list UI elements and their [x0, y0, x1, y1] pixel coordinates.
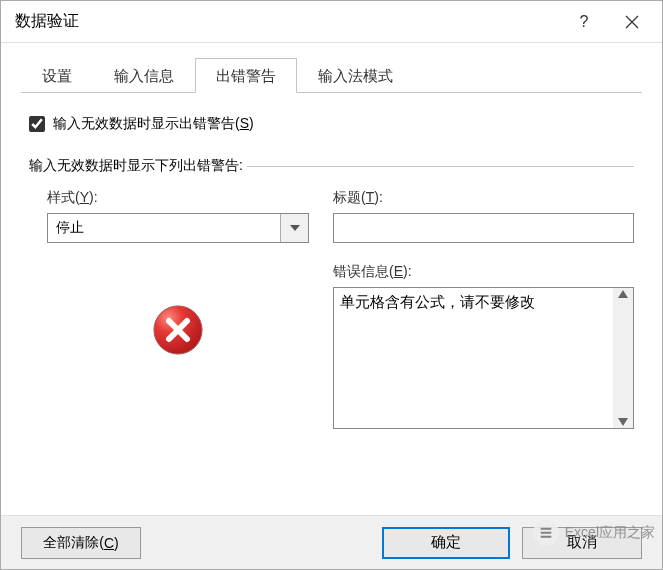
title-input[interactable] — [333, 213, 634, 243]
title-label: 标题(T): — [333, 189, 634, 207]
group-label: 输入无效数据时显示下列出错警告: — [29, 157, 243, 175]
scroll-up-icon — [618, 290, 628, 298]
tab-settings[interactable]: 设置 — [21, 58, 93, 93]
data-validation-dialog: 数据验证 ? 设置 输入信息 出错警告 输入法模式 输入无效数据时显示出错警告(… — [0, 0, 663, 570]
style-select-value: 停止 — [48, 219, 280, 237]
stop-error-icon — [151, 303, 205, 360]
tab-error-alert[interactable]: 出错警告 — [195, 58, 297, 93]
style-select[interactable]: 停止 — [47, 213, 309, 243]
error-message-input[interactable] — [334, 288, 613, 428]
dialog-title: 数据验证 — [15, 11, 560, 32]
scroll-down-icon — [618, 418, 628, 426]
style-label: 样式(Y): — [47, 189, 309, 207]
field-row: 样式(Y): 停止 — [47, 189, 634, 429]
title-error-column: 标题(T): 错误信息(E): — [333, 189, 634, 429]
style-column: 样式(Y): 停止 — [47, 189, 309, 429]
titlebar: 数据验证 ? — [1, 1, 662, 43]
dialog-content: 设置 输入信息 出错警告 输入法模式 输入无效数据时显示出错警告(S) 输入无效… — [1, 43, 662, 515]
close-icon — [625, 15, 639, 29]
show-error-label: 输入无效数据时显示出错警告(S) — [53, 115, 254, 133]
show-error-checkbox[interactable] — [29, 116, 45, 132]
show-error-checkbox-row[interactable]: 输入无效数据时显示出错警告(S) — [29, 115, 634, 133]
titlebar-buttons: ? — [560, 2, 656, 42]
error-message-wrap — [333, 287, 634, 429]
style-select-caret[interactable] — [280, 214, 308, 242]
chevron-down-icon — [290, 225, 300, 231]
group-divider — [247, 166, 634, 167]
error-alert-panel: 输入无效数据时显示出错警告(S) 输入无效数据时显示下列出错警告: 样式(Y):… — [21, 93, 642, 497]
textarea-scrollbar[interactable] — [613, 288, 633, 428]
group-label-row: 输入无效数据时显示下列出错警告: — [29, 157, 634, 175]
tab-input-message[interactable]: 输入信息 — [93, 58, 195, 93]
help-button[interactable]: ? — [560, 2, 608, 42]
error-message-label: 错误信息(E): — [333, 263, 634, 281]
tab-ime-mode[interactable]: 输入法模式 — [297, 58, 414, 93]
tab-strip: 设置 输入信息 出错警告 输入法模式 — [21, 57, 642, 93]
close-button[interactable] — [608, 2, 656, 42]
dialog-footer: 全部清除(C) 确定 取消 — [1, 515, 662, 569]
ok-button[interactable]: 确定 — [382, 527, 510, 559]
style-preview-area — [47, 303, 309, 360]
clear-all-button[interactable]: 全部清除(C) — [21, 527, 141, 559]
cancel-button[interactable]: 取消 — [522, 527, 642, 559]
